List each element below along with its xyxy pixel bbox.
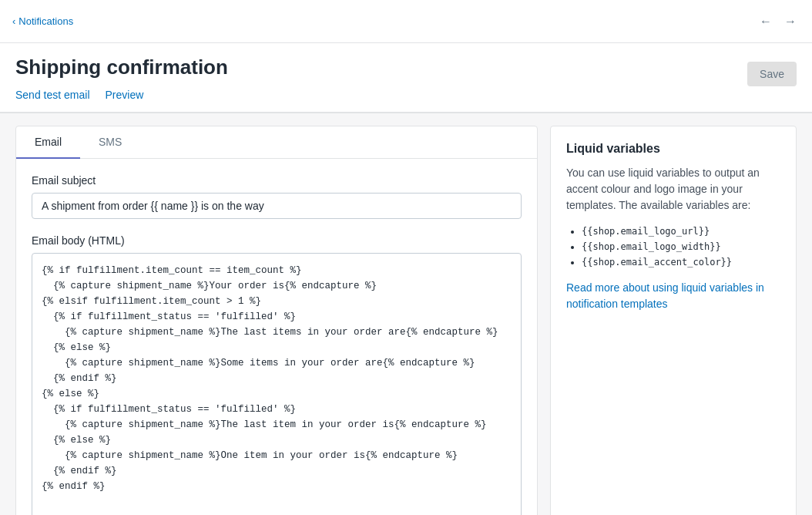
main-content: Email SMS Email subject Email body (HTML… bbox=[0, 113, 812, 515]
send-test-email-link[interactable]: Send test email bbox=[15, 89, 90, 112]
tabs: Email SMS bbox=[16, 126, 537, 159]
nav-prev-button[interactable]: ← bbox=[757, 12, 775, 32]
liquid-variables-list: {{shop.email_logo_url}} {{shop.email_log… bbox=[566, 226, 780, 268]
liquid-variable-item: {{shop.email_logo_url}} bbox=[582, 226, 780, 237]
liquid-variable-item: {{shop.email_accent_color}} bbox=[582, 257, 780, 268]
liquid-variables-description: You can use liquid variables to output a… bbox=[566, 165, 780, 214]
page-title: Shipping confirmation bbox=[15, 56, 228, 79]
liquid-variables-panel: Liquid variables You can use liquid vari… bbox=[550, 126, 797, 515]
page-header: Shipping confirmation Send test email Pr… bbox=[0, 43, 812, 113]
tab-email[interactable]: Email bbox=[16, 126, 80, 159]
liquid-variable-item: {{shop.email_logo_width}} bbox=[582, 241, 780, 252]
email-body-textarea[interactable]: {% if fulfillment.item_count == item_cou… bbox=[32, 253, 522, 515]
liquid-variables-read-more-link[interactable]: Read more about using liquid variables i… bbox=[566, 281, 764, 310]
back-link[interactable]: ‹ Notifications bbox=[12, 15, 73, 27]
liquid-variables-title: Liquid variables bbox=[566, 142, 780, 156]
nav-next-button[interactable]: → bbox=[781, 12, 800, 32]
preview-link[interactable]: Preview bbox=[106, 89, 144, 112]
left-panel: Email SMS Email subject Email body (HTML… bbox=[15, 126, 538, 515]
email-subject-input[interactable] bbox=[32, 193, 522, 219]
nav-arrows: ← → bbox=[757, 12, 800, 32]
sub-nav: Send test email Preview bbox=[15, 89, 228, 112]
back-link-label: Notifications bbox=[18, 15, 73, 27]
email-tab-content: Email subject Email body (HTML) {% if fu… bbox=[16, 159, 537, 515]
top-nav-bar: ‹ Notifications ← → bbox=[0, 0, 812, 43]
subject-label: Email subject bbox=[32, 174, 522, 187]
back-arrow-icon: ‹ bbox=[12, 15, 15, 27]
save-button[interactable]: Save bbox=[747, 62, 797, 86]
tab-sms[interactable]: SMS bbox=[80, 126, 140, 159]
body-label: Email body (HTML) bbox=[32, 234, 522, 247]
